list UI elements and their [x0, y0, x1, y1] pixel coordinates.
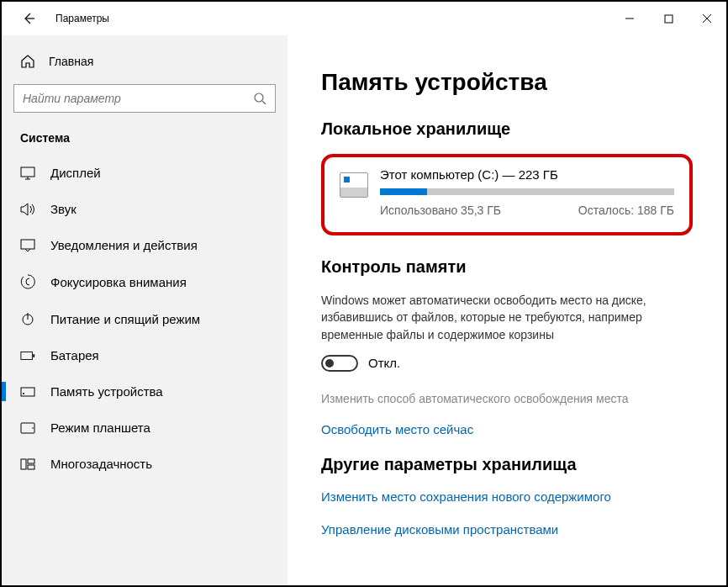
- titlebar: Параметры: [2, 2, 726, 35]
- sidebar-item-label: Звук: [50, 202, 76, 216]
- battery-icon: [20, 351, 35, 361]
- sound-icon: [20, 203, 35, 216]
- disk-highlight: Этот компьютер (C:) — 223 ГБ Использован…: [321, 154, 693, 235]
- other-storage-heading: Другие параметры хранилища: [321, 455, 693, 474]
- sidebar-item-battery[interactable]: Батарея: [13, 337, 276, 373]
- close-icon: [702, 13, 712, 24]
- minimize-icon: [625, 13, 635, 24]
- sidebar-item-label: Питание и спящий режим: [50, 312, 200, 326]
- focus-icon: [20, 274, 35, 289]
- search-field[interactable]: [23, 92, 253, 105]
- home-button[interactable]: Главная: [13, 47, 276, 84]
- display-icon: [20, 167, 35, 180]
- sidebar-item-tablet[interactable]: Режим планшета: [13, 410, 276, 446]
- toggle-label: Откл.: [368, 356, 400, 370]
- arrow-left-icon: [22, 12, 35, 25]
- storage-sense-toggle[interactable]: [321, 355, 358, 372]
- svg-point-8: [23, 393, 24, 394]
- svg-rect-11: [21, 459, 26, 469]
- power-icon: [21, 311, 34, 326]
- storage-sense-description: Windows может автоматически освободить м…: [321, 292, 666, 343]
- sidebar-item-label: Батарея: [50, 348, 99, 362]
- sidebar-item-label: Память устройства: [50, 384, 163, 399]
- disk-icon: [340, 172, 368, 198]
- disk-usage-bar: [380, 188, 674, 195]
- svg-point-1: [255, 93, 263, 102]
- svg-rect-13: [28, 465, 34, 469]
- sidebar-item-label: Уведомления и действия: [50, 238, 198, 252]
- storage-sense-heading: Контроль памяти: [321, 257, 693, 277]
- svg-rect-3: [21, 240, 34, 249]
- disk-title: Этот компьютер (C:) — 223 ГБ: [380, 167, 674, 182]
- window-title: Параметры: [55, 13, 109, 24]
- sidebar-item-focus[interactable]: Фокусировка внимания: [13, 263, 276, 300]
- sidebar-item-label: Дисплей: [50, 166, 101, 180]
- search-input[interactable]: [13, 84, 276, 113]
- content-area: Память устройства Локальное хранилище Эт…: [288, 35, 726, 585]
- close-button[interactable]: [688, 6, 726, 31]
- sidebar-item-label: Многозадачность: [50, 457, 152, 471]
- sidebar-item-sound[interactable]: Звук: [13, 191, 276, 227]
- multitask-icon: [20, 458, 35, 470]
- sidebar-item-storage[interactable]: Память устройства: [13, 373, 276, 410]
- disk-remaining-text: Осталось: 188 ГБ: [578, 204, 674, 217]
- svg-rect-6: [33, 354, 34, 357]
- settings-window: Параметры Главная: [0, 0, 728, 587]
- sidebar-item-multitask[interactable]: Многозадачность: [13, 446, 276, 482]
- disk-row[interactable]: Этот компьютер (C:) — 223 ГБ Использован…: [340, 167, 674, 217]
- svg-rect-5: [21, 352, 33, 359]
- page-title: Память устройства: [321, 69, 693, 96]
- window-chrome: Параметры: [2, 2, 726, 35]
- notifications-icon: [20, 239, 35, 252]
- change-save-location-link[interactable]: Изменить место сохранения нового содержи…: [321, 489, 693, 504]
- minimize-button[interactable]: [610, 6, 649, 31]
- svg-rect-0: [665, 15, 673, 23]
- svg-rect-7: [21, 388, 34, 396]
- section-title: Система: [13, 131, 276, 155]
- disk-usage-fill: [380, 188, 427, 195]
- svg-point-10: [32, 427, 34, 429]
- sidebar-item-display[interactable]: Дисплей: [13, 155, 276, 191]
- home-icon: [20, 54, 35, 69]
- svg-rect-12: [28, 459, 34, 463]
- manage-storage-spaces-link[interactable]: Управление дисковыми пространствами: [321, 522, 693, 537]
- sidebar-item-label: Режим планшета: [50, 420, 150, 435]
- nav-list: Дисплей Звук Уведомления и действия Фоку…: [13, 155, 276, 482]
- svg-rect-2: [21, 167, 34, 177]
- back-button[interactable]: [18, 8, 39, 29]
- change-auto-free-text: Изменить способ автоматического освобожд…: [321, 392, 666, 405]
- sidebar: Главная Система Дисплей Звук: [2, 35, 288, 585]
- maximize-icon: [664, 14, 673, 24]
- sidebar-item-power[interactable]: Питание и спящий режим: [13, 300, 276, 337]
- storage-icon: [20, 387, 35, 397]
- home-label: Главная: [49, 55, 93, 68]
- sidebar-item-notifications[interactable]: Уведомления и действия: [13, 227, 276, 263]
- disk-used-text: Использовано 35,3 ГБ: [380, 204, 501, 217]
- sidebar-item-label: Фокусировка внимания: [50, 275, 187, 289]
- maximize-button[interactable]: [649, 6, 688, 31]
- search-icon: [253, 92, 266, 105]
- local-storage-heading: Локальное хранилище: [321, 119, 693, 139]
- tablet-icon: [20, 422, 35, 434]
- free-space-now-link[interactable]: Освободить место сейчас: [321, 422, 693, 436]
